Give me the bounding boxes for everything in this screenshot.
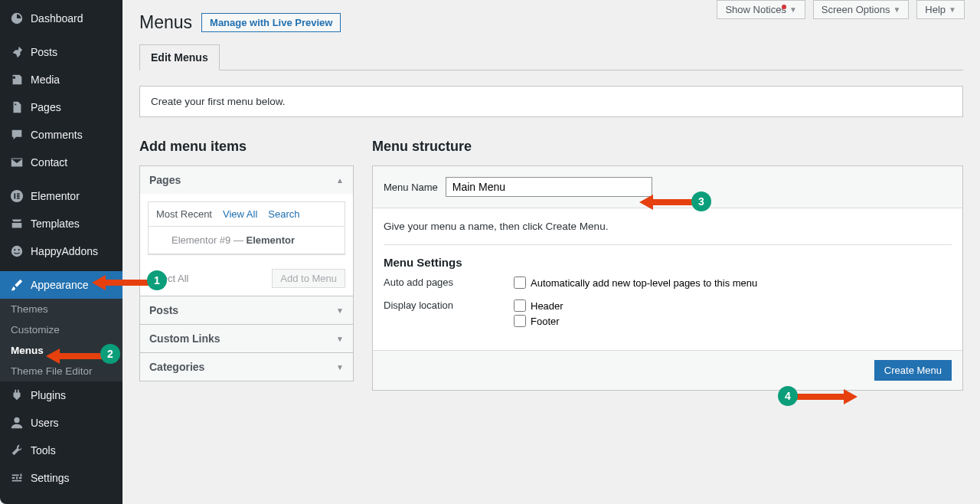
- svg-point-6: [14, 249, 15, 250]
- menu-name-label: Menu Name: [384, 182, 438, 193]
- page-list-item[interactable]: Elementor #9 — Elementor: [149, 227, 345, 254]
- accordion-pages-head[interactable]: Pages ▲: [140, 166, 353, 194]
- sidebar-item-media[interactable]: Media: [0, 66, 122, 93]
- chevron-down-icon: ▼: [789, 5, 797, 14]
- wrench-icon: [9, 443, 24, 458]
- sidebar-label: Templates: [31, 218, 80, 230]
- sidebar-label: Settings: [31, 472, 70, 484]
- pages-icon: [9, 100, 24, 115]
- svg-point-5: [11, 246, 22, 257]
- menu-structure-heading: Menu structure: [372, 139, 963, 155]
- chevron-up-icon: ▲: [336, 176, 344, 185]
- sidebar-label: Tools: [31, 444, 56, 457]
- svg-rect-2: [17, 193, 20, 195]
- acc-label: Categories: [149, 361, 204, 373]
- main-content: Show Notices ▼ Screen Options ▼ Help ▼ M…: [122, 0, 980, 504]
- chevron-down-icon: ▼: [949, 5, 956, 14]
- top-label: Screen Options: [822, 4, 890, 15]
- sidebar-label: Users: [31, 417, 59, 429]
- dashboard-icon: [9, 11, 24, 26]
- accordion-pages-body: Most Recent View All Search Elementor #9…: [140, 194, 353, 296]
- location-header-checkbox[interactable]: [514, 299, 526, 312]
- sidebar-item-templates[interactable]: Templates: [0, 210, 122, 237]
- menu-settings-heading: Menu Settings: [384, 256, 952, 269]
- sidebar-item-appearance[interactable]: Appearance: [0, 271, 122, 299]
- menu-name-input[interactable]: [446, 177, 652, 197]
- subtab-most-recent[interactable]: Most Recent: [156, 208, 212, 220]
- admin-sidebar: Dashboard Posts Media Pages Comments Con…: [0, 0, 122, 504]
- appearance-submenu: Themes Customize Menus Theme File Editor: [0, 299, 122, 381]
- submenu-themes[interactable]: Themes: [0, 299, 122, 319]
- sidebar-item-happyaddons[interactable]: HappyAddons: [0, 237, 122, 265]
- auto-add-pages-label: Auto add pages: [384, 277, 468, 288]
- accordion-custom-links-head[interactable]: Custom Links ▼: [140, 324, 353, 352]
- sidebar-label: Contact: [31, 156, 67, 169]
- top-bar: Show Notices ▼ Screen Options ▼ Help ▼: [717, 0, 965, 19]
- sidebar-item-users[interactable]: Users: [0, 409, 122, 437]
- top-label: Show Notices: [725, 4, 786, 15]
- svg-rect-4: [17, 198, 20, 199]
- menu-structure-box: Menu Name Give your menu a name, then cl…: [372, 165, 963, 391]
- sidebar-label: Posts: [31, 46, 57, 58]
- help-button[interactable]: Help ▼: [916, 0, 965, 19]
- envelope-icon: [9, 155, 24, 170]
- auto-add-checkbox[interactable]: [514, 277, 526, 289]
- plug-icon: [9, 388, 24, 403]
- submenu-menus[interactable]: Menus: [0, 340, 122, 361]
- acc-label: Posts: [149, 304, 178, 316]
- sidebar-item-dashboard[interactable]: Dashboard: [0, 5, 122, 32]
- sidebar-item-posts[interactable]: Posts: [0, 38, 122, 66]
- submenu-theme-file-editor[interactable]: Theme File Editor: [0, 361, 122, 381]
- location-footer-text: Footer: [531, 316, 560, 327]
- chevron-down-icon: ▼: [336, 363, 344, 371]
- sidebar-item-elementor[interactable]: Elementor: [0, 182, 122, 210]
- sidebar-label: HappyAddons: [31, 245, 98, 257]
- select-all-link[interactable]: Select All: [148, 273, 188, 284]
- page-item-strong: Elementor: [247, 234, 296, 246]
- create-menu-button[interactable]: Create Menu: [874, 360, 952, 381]
- svg-marker-12: [796, 389, 858, 404]
- media-icon: [9, 72, 24, 87]
- page-title: Menus: [139, 12, 192, 33]
- elementor-icon: [9, 188, 24, 204]
- sidebar-item-tools[interactable]: Tools: [0, 437, 122, 464]
- svg-point-8: [14, 417, 19, 423]
- happyaddons-icon: [9, 244, 24, 259]
- auto-add-text: Automatically add new top-level pages to…: [531, 277, 757, 289]
- sidebar-label: Plugins: [31, 389, 66, 401]
- manage-live-preview-button[interactable]: Manage with Live Preview: [201, 13, 341, 32]
- subtab-view-all[interactable]: View All: [223, 208, 257, 220]
- page-item-text: Elementor #9 —: [172, 234, 247, 246]
- chevron-down-icon: ▼: [336, 306, 344, 315]
- show-notices-button[interactable]: Show Notices ▼: [717, 0, 805, 19]
- svg-rect-3: [17, 195, 20, 197]
- location-footer-checkbox[interactable]: [514, 315, 526, 327]
- sidebar-item-contact[interactable]: Contact: [0, 149, 122, 176]
- sidebar-item-plugins[interactable]: Plugins: [0, 381, 122, 409]
- location-header-text: Header: [531, 300, 564, 312]
- chevron-down-icon: ▼: [893, 5, 900, 14]
- subtab-search[interactable]: Search: [268, 208, 299, 220]
- top-label: Help: [925, 4, 946, 15]
- accordion-categories-head[interactable]: Categories ▼: [140, 352, 353, 381]
- sidebar-label: Comments: [31, 129, 83, 141]
- tab-bar: Edit Menus: [139, 44, 963, 70]
- sidebar-label: Media: [31, 74, 60, 86]
- sidebar-item-settings[interactable]: Settings: [0, 464, 122, 492]
- submenu-customize[interactable]: Customize: [0, 319, 122, 340]
- sidebar-label: Pages: [31, 101, 61, 113]
- acc-label: Custom Links: [149, 332, 220, 345]
- sliders-icon: [9, 470, 24, 486]
- sidebar-item-comments[interactable]: Comments: [0, 121, 122, 149]
- menu-instruction-text: Give your menu a name, then click Create…: [373, 208, 962, 244]
- sidebar-item-pages[interactable]: Pages: [0, 93, 122, 121]
- sidebar-label: Appearance: [31, 279, 89, 291]
- templates-icon: [9, 216, 24, 231]
- display-location-label: Display location: [384, 299, 468, 311]
- accordion-posts-head[interactable]: Posts ▼: [140, 296, 353, 324]
- svg-rect-1: [14, 193, 15, 198]
- screen-options-button[interactable]: Screen Options ▼: [813, 0, 910, 19]
- add-to-menu-button[interactable]: Add to Menu: [272, 269, 345, 288]
- tab-edit-menus[interactable]: Edit Menus: [139, 44, 220, 70]
- add-items-accordion: Pages ▲ Most Recent View All Search Elem…: [139, 165, 354, 381]
